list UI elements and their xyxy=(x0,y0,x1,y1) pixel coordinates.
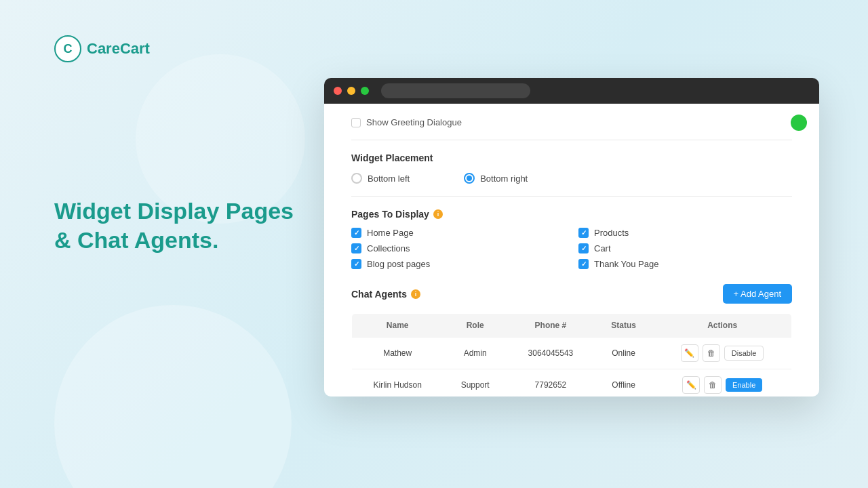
col-role: Role xyxy=(443,314,507,338)
agent-actions-1: ✏️ 🗑 Enable xyxy=(653,369,791,397)
page-cart-label: Cart xyxy=(594,243,611,253)
col-name: Name xyxy=(352,314,443,338)
widget-placement-title: Widget Placement xyxy=(351,152,792,163)
chat-agents-title: Chat Agents xyxy=(351,289,407,300)
page-collections-checkbox[interactable] xyxy=(351,243,361,253)
enable-button-1[interactable]: Enable xyxy=(726,378,762,392)
radio-bottom-left[interactable]: Bottom left xyxy=(351,173,410,184)
widget-placement-options: Bottom left Bottom right xyxy=(351,173,792,184)
logo-text: CareCart xyxy=(87,40,150,58)
browser-window: Show Greeting Dialogue Widget Placement … xyxy=(324,78,819,396)
action-group-1: ✏️ 🗑 Enable xyxy=(663,376,782,394)
pages-to-display-section: Pages To Display i Home Page Products Co… xyxy=(351,209,792,269)
page-blog-label: Blog post pages xyxy=(367,259,430,269)
edit-icon-1[interactable]: ✏️ xyxy=(682,376,700,394)
page-blog: Blog post pages xyxy=(351,259,565,269)
page-thank-you: Thank You Page xyxy=(578,259,792,269)
chat-agents-header: Chat Agents i + Add Agent xyxy=(351,284,792,304)
delete-icon-1[interactable]: 🗑 xyxy=(704,376,722,394)
page-products-label: Products xyxy=(594,228,629,238)
page-cart: Cart xyxy=(578,243,792,253)
headline-text: Widget Display Pages & Chat Agents. xyxy=(54,197,298,254)
page-thank-you-label: Thank You Page xyxy=(594,259,658,269)
page-products: Products xyxy=(578,228,792,238)
page-collections-label: Collections xyxy=(367,243,410,253)
headline: Widget Display Pages & Chat Agents. xyxy=(54,197,298,254)
radio-bottom-left-label: Bottom left xyxy=(368,174,410,184)
col-phone: Phone # xyxy=(507,314,594,338)
radio-bottom-right[interactable]: Bottom right xyxy=(464,173,528,184)
delete-icon-0[interactable]: 🗑 xyxy=(703,344,720,362)
agent-actions-0: ✏️ 🗑 Disable xyxy=(653,338,791,369)
status-indicator xyxy=(789,113,808,132)
logo-area: C CareCart xyxy=(54,35,150,62)
agent-phone-0: 3064045543 xyxy=(507,338,594,369)
agents-table: Name Role Phone # Status Actions Mathew … xyxy=(351,313,792,396)
disable-button-0[interactable]: Disable xyxy=(724,346,764,361)
pages-to-display-title: Pages To Display xyxy=(351,209,429,220)
agent-status-0: Online xyxy=(594,338,653,369)
address-bar[interactable] xyxy=(381,83,530,98)
agent-phone-1: 7792652 xyxy=(507,369,594,397)
page-collections: Collections xyxy=(351,243,565,253)
col-status: Status xyxy=(594,314,653,338)
agent-name-0: Mathew xyxy=(352,338,443,369)
greeting-checkbox[interactable] xyxy=(351,118,361,127)
agent-name-1: Kirlin Hudson xyxy=(352,369,443,397)
browser-titlebar xyxy=(324,78,819,104)
svg-text:C: C xyxy=(64,42,73,56)
divider-1 xyxy=(351,140,792,140)
agent-role-0: Admin xyxy=(443,338,507,369)
page-thank-you-checkbox[interactable] xyxy=(578,259,589,269)
agent-role-1: Support xyxy=(443,369,507,397)
titlebar-dot-green[interactable] xyxy=(361,87,369,95)
pages-title-row: Pages To Display i xyxy=(351,209,792,220)
page-cart-checkbox[interactable] xyxy=(578,243,589,253)
bg-decoration-1 xyxy=(54,305,292,488)
browser-content: Show Greeting Dialogue Widget Placement … xyxy=(324,104,819,396)
table-row: Kirlin Hudson Support 7792652 Offline ✏️… xyxy=(352,369,792,397)
page-products-checkbox[interactable] xyxy=(578,228,589,238)
page-blog-checkbox[interactable] xyxy=(351,259,361,269)
col-actions: Actions xyxy=(653,314,791,338)
page-home-checkbox[interactable] xyxy=(351,228,361,238)
action-group-0: ✏️ 🗑 Disable xyxy=(663,344,782,362)
add-agent-button[interactable]: + Add Agent xyxy=(723,284,792,304)
table-row: Mathew Admin 3064045543 Online ✏️ 🗑 Disa… xyxy=(352,338,792,369)
greeting-label: Show Greeting Dialogue xyxy=(366,117,462,127)
radio-bottom-right-label: Bottom right xyxy=(480,174,528,184)
titlebar-dot-red[interactable] xyxy=(334,87,342,95)
agents-title-row: Chat Agents i xyxy=(351,289,420,300)
divider-2 xyxy=(351,196,792,197)
carecart-logo-icon: C xyxy=(54,35,81,62)
page-home-label: Home Page xyxy=(367,228,414,238)
page-home: Home Page xyxy=(351,228,565,238)
table-header-row: Name Role Phone # Status Actions xyxy=(352,314,792,338)
radio-bottom-left-circle[interactable] xyxy=(351,173,362,184)
greeting-dialogue-row: Show Greeting Dialogue xyxy=(351,117,792,127)
pages-grid: Home Page Products Collections Cart Blog… xyxy=(351,228,792,269)
edit-icon-0[interactable]: ✏️ xyxy=(681,344,698,362)
pages-info-icon: i xyxy=(433,209,443,219)
agent-status-1: Offline xyxy=(594,369,653,397)
agents-info-icon: i xyxy=(411,289,420,299)
radio-bottom-right-circle[interactable] xyxy=(464,173,475,184)
titlebar-dot-yellow[interactable] xyxy=(347,87,355,95)
